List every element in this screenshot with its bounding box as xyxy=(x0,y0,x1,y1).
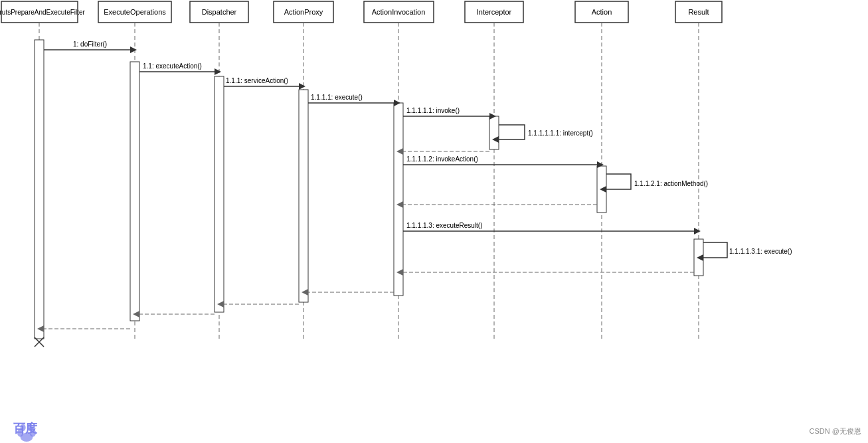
svg-rect-7 xyxy=(130,62,139,321)
svg-text:1.1.1.1.3.1: execute(): 1.1.1.1.3.1: execute() xyxy=(729,248,792,255)
diagram-svg: StrutsPrepareAndExecuteFilter ExecuteOpe… xyxy=(0,0,868,443)
svg-rect-19 xyxy=(394,103,403,296)
svg-text:StrutsPrepareAndExecuteFilter: StrutsPrepareAndExecuteFilter xyxy=(0,9,86,16)
svg-point-79 xyxy=(27,424,33,431)
svg-text:1.1: executeAction(): 1.1: executeAction() xyxy=(143,62,202,70)
csdn-watermark: CSDN @无俊恩 xyxy=(810,426,861,436)
svg-marker-59 xyxy=(694,228,701,234)
svg-point-78 xyxy=(21,424,26,431)
svg-marker-39 xyxy=(299,83,305,90)
svg-text:1.1.1.1.1: invoke(): 1.1.1.1.1: invoke() xyxy=(406,107,460,114)
watermark-baidu: 百度 xyxy=(13,420,37,436)
svg-text:1.1.1.2.1: actionMethod(): 1.1.1.2.1: actionMethod() xyxy=(634,180,708,187)
svg-text:Result: Result xyxy=(688,8,709,16)
svg-text:Action: Action xyxy=(592,8,612,16)
svg-text:Dispatcher: Dispatcher xyxy=(202,8,237,16)
svg-text:1.1.1.1: execute(): 1.1.1.1: execute() xyxy=(311,94,363,101)
svg-text:1.1.1.1.1.1: intercept(): 1.1.1.1.1.1: intercept() xyxy=(528,130,593,137)
svg-text:1.1.1: serviceAction(): 1.1.1: serviceAction() xyxy=(226,77,288,84)
svg-text:ActionInvocation: ActionInvocation xyxy=(372,8,426,16)
svg-text:ExecuteOperations: ExecuteOperations xyxy=(104,8,166,16)
svg-text:ActionProxy: ActionProxy xyxy=(284,8,323,16)
svg-marker-36 xyxy=(215,68,221,75)
svg-rect-3 xyxy=(35,40,44,339)
sequence-diagram: StrutsPrepareAndExecuteFilter ExecuteOpe… xyxy=(0,0,868,443)
svg-text:1.1.1.1.3: executeResult(): 1.1.1.1.3: executeResult() xyxy=(406,222,483,229)
svg-rect-11 xyxy=(215,76,224,312)
svg-rect-23 xyxy=(489,116,499,149)
svg-text:1.1.1.1.2: invokeAction(): 1.1.1.1.2: invokeAction() xyxy=(406,155,478,163)
svg-marker-33 xyxy=(130,46,137,53)
csdn-text: CSDN @无俊恩 xyxy=(810,427,861,435)
svg-text:1: doFilter(): 1: doFilter() xyxy=(73,41,107,48)
svg-text:Interceptor: Interceptor xyxy=(477,8,512,16)
svg-rect-15 xyxy=(299,90,308,302)
